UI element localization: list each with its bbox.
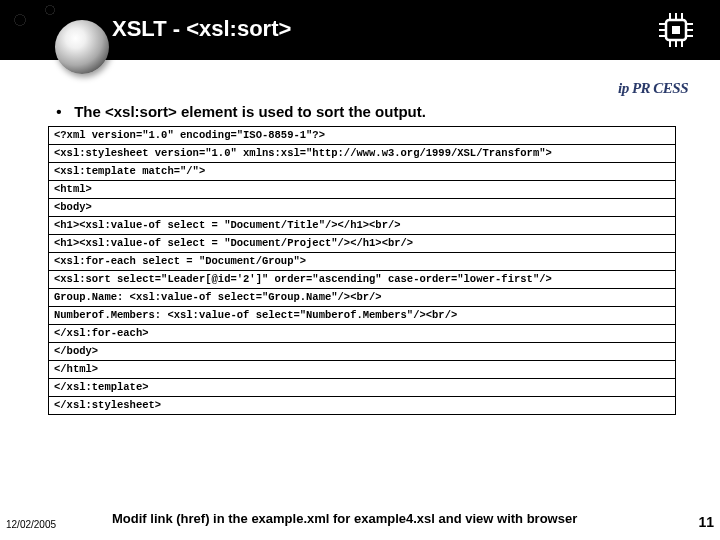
code-line: </body> [49,343,675,361]
code-line: </xsl:stylesheet> [49,397,675,414]
code-line: <?xml version="1.0" encoding="ISO-8859-1… [49,127,675,145]
page-number: 11 [698,514,714,530]
brand-logo-row: ip PR CESS [48,80,688,97]
code-listing: <?xml version="1.0" encoding="ISO-8859-1… [48,126,676,415]
slide-title: XSLT - <xsl:sort> [112,16,291,42]
code-line: Group.Name: <xsl:value-of select="Group.… [49,289,675,307]
code-line: </xsl:for-each> [49,325,675,343]
footer-date: 12/02/2005 [6,519,56,530]
code-line: </xsl:template> [49,379,675,397]
code-line: <xsl:template match="/"> [49,163,675,181]
code-line: <xsl:for-each select = "Document/Group"> [49,253,675,271]
code-line: </html> [49,361,675,379]
code-line: <h1><xsl:value-of select = "Document/Tit… [49,217,675,235]
footer-instruction: Modif link (href) in the example.xml for… [112,511,652,526]
code-line: <h1><xsl:value-of select = "Document/Pro… [49,235,675,253]
bullet-icon: • [48,103,70,120]
bullet-point: • The <xsl:sort> element is used to sort… [48,103,688,120]
code-line: Numberof.Members: <xsl:value-of select="… [49,307,675,325]
code-line: <xsl:stylesheet version="1.0" xmlns:xsl=… [49,145,675,163]
chip-icon [652,6,700,54]
decorative-sphere [55,20,109,74]
slide-content: ip PR CESS • The <xsl:sort> element is u… [48,80,688,415]
code-line: <html> [49,181,675,199]
code-line: <body> [49,199,675,217]
brand-logo: ip PR CESS [618,80,688,97]
code-line: <xsl:sort select="Leader[@id='2']" order… [49,271,675,289]
svg-rect-1 [672,26,680,34]
bullet-text: The <xsl:sort> element is used to sort t… [74,103,426,120]
